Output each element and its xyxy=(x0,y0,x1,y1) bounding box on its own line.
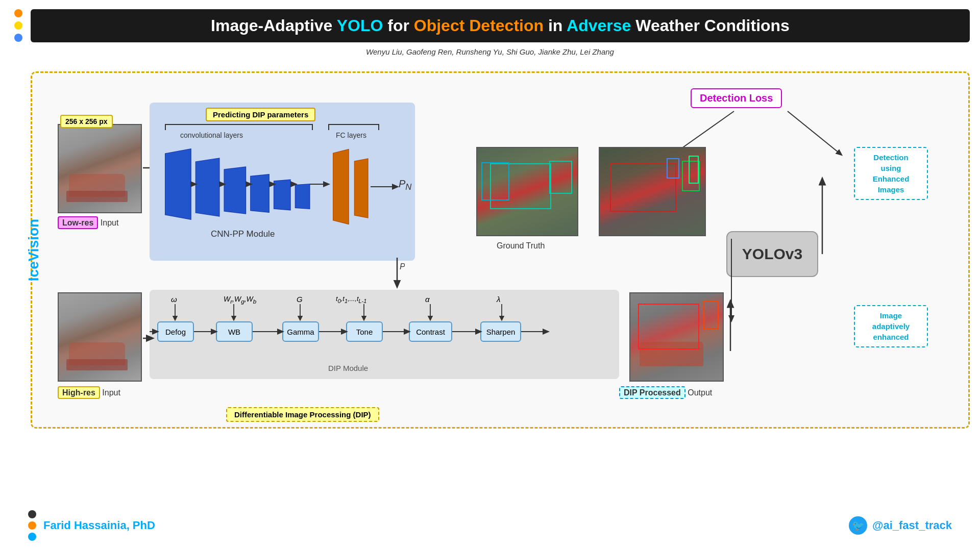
cnn-pp-region: Predicting DIP parameters convolutional … xyxy=(150,103,415,261)
svg-line-27 xyxy=(788,111,841,155)
main-diagram: IceVision 256 x 256 px Low-res Input Hig… xyxy=(31,71,970,429)
header-bar: Image-Adaptive YOLO for Object Detection… xyxy=(31,9,970,42)
dip-box-contrast: Contrast xyxy=(409,321,452,342)
param-omega: ω xyxy=(171,295,177,304)
detection-enhanced-label: DetectionusingEnhancedImages xyxy=(854,147,928,200)
footer-name: Farid Hassainia, PhD xyxy=(43,519,155,532)
high-res-input-image xyxy=(58,292,142,382)
svg-text:PN: PN xyxy=(400,262,405,272)
title-part-3: for xyxy=(383,16,413,35)
cnn-block-1 xyxy=(165,148,191,220)
param-lambda: λ xyxy=(497,295,500,304)
image-adaptively-enhanced-label: Imageadaptivelyenhanced xyxy=(854,305,928,347)
param-alpha: α xyxy=(425,295,430,304)
dip-module-label: DIP Module xyxy=(328,364,368,372)
dip-region: DIP Module ω Wr,Wg,Wb G t0,t1,...,tL-1 α… xyxy=(150,290,619,379)
dip-box-wb: WB xyxy=(216,321,253,342)
footer: Farid Hassainia, PhD 🐦 @ai_fast_track xyxy=(0,510,980,541)
cnn-block-4 xyxy=(250,174,270,213)
dip-output-image xyxy=(629,292,724,382)
fc-block-1 xyxy=(333,149,349,224)
conv-layers-bracket xyxy=(165,124,313,130)
dip-box-defog: Defog xyxy=(157,321,194,342)
cnn-block-5 xyxy=(274,180,291,211)
size-label: 256 x 256 px xyxy=(60,115,113,128)
low-res-label: Low-res Input xyxy=(58,218,118,228)
fc-layers-bracket xyxy=(328,124,379,130)
cnn-block-3 xyxy=(224,166,246,214)
title-part-1: Image-Adaptive xyxy=(211,16,337,35)
cnn-block-2 xyxy=(195,158,220,217)
header-title: Image-Adaptive YOLO for Object Detection… xyxy=(46,16,954,35)
twitter-bird-icon: 🐦 xyxy=(849,516,867,535)
highres-to-dip-arrow xyxy=(142,334,155,342)
detection-output-image xyxy=(599,147,706,236)
footer-left: Farid Hassainia, PhD xyxy=(28,510,155,541)
title-part-6: Adverse xyxy=(567,16,631,35)
title-part-5: in xyxy=(544,16,567,35)
authors-line: Wenyu Liu, Gaofeng Ren, Runsheng Yu, Shi… xyxy=(0,47,980,56)
high-res-label: High-res Input xyxy=(58,388,120,397)
dot-yellow xyxy=(14,21,22,30)
dot-orange xyxy=(14,9,22,17)
dip-box-gamma: Gamma xyxy=(282,321,319,342)
cnn-pp-module-label: CNN-PP Module xyxy=(211,229,275,239)
title-part-4: Object Detection xyxy=(414,16,544,35)
fc-layers-label: FC layers xyxy=(336,131,366,139)
yolo-left-arrow xyxy=(721,231,762,323)
dot-blue xyxy=(14,34,22,42)
conv-layers-label: convolutional layers xyxy=(180,131,243,139)
pn-to-dip-arrow: PN xyxy=(389,257,405,290)
footer-dots xyxy=(28,510,36,541)
param-g: G xyxy=(297,295,303,304)
title-part-7: Weather Conditions xyxy=(631,16,790,35)
twitter-handle: @ai_fast_track xyxy=(872,519,952,532)
pn-label-inside: PN xyxy=(399,178,411,192)
param-wb: Wr,Wg,Wb xyxy=(224,295,256,305)
param-tone: t0,t1,...,tL-1 xyxy=(336,295,366,304)
dip-box-tone: Tone xyxy=(346,321,383,342)
ground-truth-label: Ground Truth xyxy=(497,241,545,251)
dip-processed-label: DIP Processed Output xyxy=(619,388,712,397)
fc-block-2 xyxy=(354,158,369,218)
predicting-dip-label: Predicting DIP parameters xyxy=(206,108,315,121)
footer-twitter: 🐦 @ai_fast_track xyxy=(849,516,952,535)
dip-box-sharpen: Sharpen xyxy=(480,321,521,342)
cnn-block-6 xyxy=(295,184,310,209)
dip-outer-label: Differentiable Image Processing (DIP) xyxy=(226,407,379,422)
title-part-2: YOLO xyxy=(337,16,383,35)
icevision-label: IceVision xyxy=(26,219,42,281)
low-res-input-image xyxy=(58,124,142,213)
ground-truth-image xyxy=(476,147,578,236)
